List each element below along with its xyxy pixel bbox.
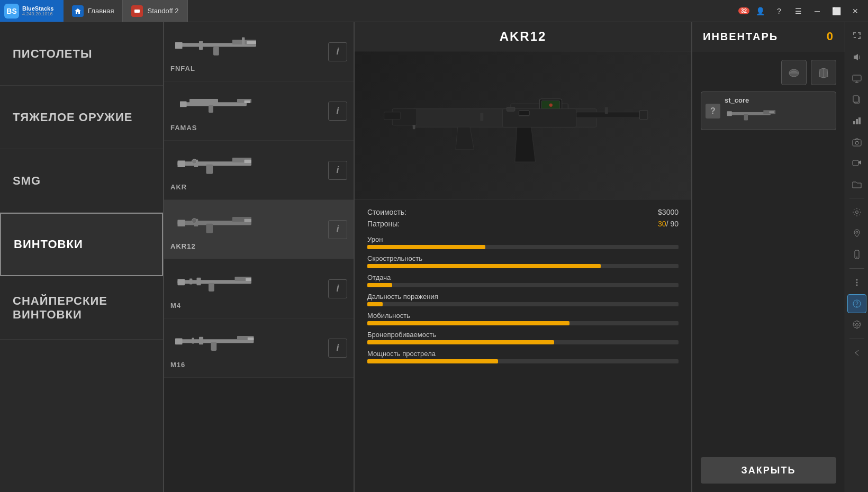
svg-rect-38: [211, 342, 217, 350]
settings-icon-btn[interactable]: [847, 315, 866, 334]
copy-icon-btn[interactable]: [847, 90, 866, 109]
stat-recoil-fill: [367, 283, 392, 287]
weapon-akr-info[interactable]: i: [328, 161, 347, 180]
category-heavy[interactable]: ТЯЖЕЛОЕ ОРУЖИЕ: [0, 86, 163, 149]
stat-recoil-label: Отдача: [367, 274, 679, 281]
svg-rect-52: [507, 107, 514, 112]
resize-btn[interactable]: ⬜: [828, 4, 845, 19]
menu-btn[interactable]: ☰: [790, 4, 807, 19]
sidebar-divider-2: [849, 268, 864, 269]
phone-icon-btn[interactable]: [847, 245, 866, 264]
stat-penetration-label: Бронепробиваемость: [367, 331, 679, 339]
help-btn[interactable]: ?: [771, 4, 788, 19]
volume-icon-btn[interactable]: [847, 48, 866, 67]
inv-weapon-name: st_core: [725, 96, 831, 104]
record-icon-btn[interactable]: [847, 153, 866, 172]
svg-rect-44: [639, 111, 647, 120]
expand-icon-btn[interactable]: [847, 26, 866, 45]
weapon-item-akr12[interactable]: AKR12 i: [164, 200, 354, 259]
stat-mobility-track: [367, 321, 679, 325]
app-version: 4.240.20.1016: [22, 12, 53, 17]
stat-damage-label: Урон: [367, 235, 679, 243]
home-tab-label: Главная: [88, 7, 114, 15]
camera-icon-btn[interactable]: [847, 132, 866, 151]
weapon-fnfal-info[interactable]: i: [328, 42, 347, 61]
cost-label: Стоимость:: [367, 208, 410, 216]
game-tab[interactable]: Standoff 2: [123, 0, 187, 22]
account-btn[interactable]: 👤: [752, 4, 768, 19]
back-icon-btn[interactable]: [847, 343, 866, 362]
weapon-3d-view: [355, 51, 691, 199]
stat-damage-track: [367, 245, 679, 249]
svg-rect-23: [178, 220, 185, 226]
location-icon-btn[interactable]: [847, 224, 866, 243]
weapon-fnfal-content: FNFAL: [170, 31, 328, 72]
sidebar-divider-3: [849, 339, 864, 339]
inv-weapon-img: [725, 106, 831, 125]
svg-rect-16: [178, 160, 185, 167]
sidebar-icons: [845, 22, 868, 492]
category-smg[interactable]: SMG: [0, 149, 163, 213]
gear-icon-btn[interactable]: [847, 203, 866, 222]
weapon-akr12-info[interactable]: i: [328, 220, 347, 239]
helmet-slot[interactable]: [781, 60, 807, 85]
weapon-fnfal-label: FNFAL: [170, 65, 328, 72]
svg-rect-13: [245, 100, 250, 103]
svg-rect-41: [192, 338, 195, 343]
close-button[interactable]: ЗАКРЫТЬ: [701, 457, 836, 484]
svg-point-78: [856, 257, 857, 258]
home-tab[interactable]: Главная: [64, 0, 123, 22]
screen-icon-btn[interactable]: [847, 69, 866, 88]
stat-range-fill: [367, 302, 383, 306]
minimize-btn[interactable]: ─: [809, 4, 826, 19]
svg-rect-61: [727, 111, 732, 116]
weapon-item-famas[interactable]: FAMAS i: [164, 81, 354, 141]
svg-rect-32: [197, 277, 201, 285]
weapon-akr12-content: AKR12: [170, 208, 328, 250]
svg-point-20: [192, 159, 197, 163]
inventory-weapon-card[interactable]: ? st_core: [701, 92, 836, 130]
category-pistols[interactable]: ПИСТОЛЕТЫ: [0, 22, 163, 86]
weapon-m16-label: M16: [170, 361, 328, 369]
stat-damage-fill: [367, 245, 485, 249]
inventory-body: ? st_core: [692, 51, 845, 457]
svg-rect-43: [576, 112, 641, 118]
weapon-item-m16[interactable]: M16 i: [164, 318, 354, 378]
weapon-m4-image: [170, 268, 328, 299]
stat-range-track: [367, 302, 679, 306]
svg-rect-17: [206, 164, 213, 174]
weapon-item-akr[interactable]: AKR i: [164, 141, 354, 200]
category-snipers[interactable]: СНАЙПЕРСКИЕ ВИНТОВКИ: [0, 276, 163, 340]
vest-slot[interactable]: [811, 60, 836, 85]
weapon-item-fnfal[interactable]: FNFAL i: [164, 22, 354, 81]
ammo-total: 90: [670, 220, 679, 228]
folder-icon-btn[interactable]: [847, 175, 866, 194]
question-icon-btn[interactable]: [847, 294, 866, 313]
stat-firerate-label: Скрострельность: [367, 254, 679, 262]
svg-point-48: [549, 104, 552, 107]
weapons-panel: FNFAL i FAMAS i: [164, 22, 355, 492]
weapon-m16-info[interactable]: i: [328, 339, 347, 358]
svg-rect-74: [853, 160, 858, 166]
weapon-akr12-image: [170, 208, 328, 240]
category-rifles[interactable]: ВИНТОВКИ: [0, 213, 163, 276]
chart-icon-btn[interactable]: [847, 111, 866, 130]
weapon-famas-info[interactable]: i: [328, 102, 347, 121]
stat-wallbang-fill: [367, 359, 498, 363]
weapon-m4-info[interactable]: i: [328, 279, 347, 298]
weapon-item-m4[interactable]: M4 i: [164, 259, 354, 318]
dots-icon-btn[interactable]: [847, 273, 866, 292]
close-btn[interactable]: ✕: [847, 4, 864, 19]
svg-rect-37: [175, 338, 183, 344]
svg-rect-33: [246, 278, 251, 280]
stat-wallbang-label: Мощность прострела: [367, 350, 679, 358]
stat-mobility-label: Мобильность: [367, 312, 679, 320]
cost-value: $3000: [658, 208, 679, 216]
svg-rect-72: [853, 140, 861, 146]
inventory-title: ИНВЕНТАРЬ: [703, 31, 778, 43]
svg-rect-19: [245, 159, 252, 162]
svg-rect-50: [384, 112, 400, 120]
cost-row: Стоимость: $3000: [367, 208, 679, 216]
weapon-akr12-label: AKR12: [170, 242, 328, 250]
svg-rect-0: [134, 10, 140, 13]
